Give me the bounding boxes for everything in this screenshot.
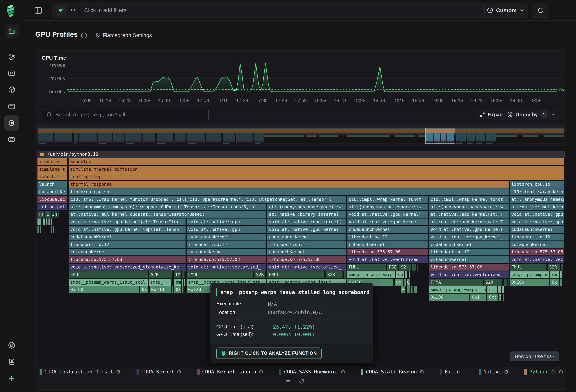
sidebar-item-lifebuoy[interactable] (4, 338, 19, 353)
flamegraph-settings-button[interactable]: ⚙ Flamegraph Settings (95, 32, 152, 39)
flame-cell[interactable]: <module> (37, 158, 67, 165)
flame-cell[interactable]: libcudart.so.12 (267, 241, 346, 248)
flame-cell[interactable]: void at::native::gpu_ (187, 226, 266, 233)
flame-cell[interactable]: at::(anonymous namespace)::w (267, 204, 346, 210)
flame-cell[interactable]: FMUL (187, 271, 253, 278)
flame-cell[interactable]: libcuda.so.575.57.08 (267, 256, 346, 263)
sidebar-item-chip[interactable] (4, 115, 19, 131)
flame-cell[interactable]: void at::native::vectorized_ (187, 264, 266, 271)
flame-cell[interactable]: 0x (174, 286, 181, 293)
flame-cell[interactable]: 0x210 (150, 286, 171, 293)
flame-cell[interactable]: cudaLaunchKernel (510, 226, 564, 233)
search-input[interactable]: Search (regex) - e.g., con.*call (42, 109, 208, 120)
flame-cell[interactable]: libcuda.so.575.57.08 (510, 249, 564, 256)
flame-cell[interactable]: at::(anonymous namesp (510, 196, 564, 203)
flame-cell[interactable] (173, 279, 173, 286)
sidebar-item-doc-panel[interactable] (4, 99, 19, 114)
sidebar-item-folder[interactable] (4, 24, 19, 39)
flame-cell[interactable]: cuLaunchKernel (69, 249, 186, 256)
flame-cell[interactable]: sm (488, 286, 497, 293)
list-icon[interactable]: ≡ (286, 378, 291, 386)
flame-cell[interactable]: c10::impl::wrap_kernel_funct (347, 196, 428, 203)
flame-cell[interactable]: smsp__pcsamp_warp (347, 271, 395, 278)
flame-cell[interactable] (182, 279, 183, 286)
flame-cell[interactable]: S2 (400, 264, 411, 271)
flame-cell[interactable]: libcuda.so.575.57.08 (347, 249, 428, 256)
flame-cell[interactable]: S2R (548, 264, 560, 271)
flame-cell[interactable]: S2R (149, 271, 172, 278)
flame-cell[interactable]: void at::native::gpu_kernel_ (267, 226, 346, 233)
flame-cell[interactable]: 0x160 (510, 279, 549, 286)
flame-cell[interactable]: void at::native::gpu_kernel_impl(at::Ten… (69, 226, 186, 233)
flame-cell[interactable]: libcudart.so.12 (429, 249, 509, 256)
group-by-button[interactable]: Group by 1 (503, 109, 559, 120)
flame-cell[interactable]: simulate_t (37, 166, 67, 173)
flame-cell[interactable]: cuLaunchKernel (429, 256, 509, 263)
flame-cell[interactable]: launcher (37, 173, 67, 180)
flame-cell[interactable]: libcudart.so.12 (187, 241, 266, 248)
flame-cell[interactable]: cuLaunchKe (37, 188, 67, 195)
gpu-time-chart[interactable]: 0m 00s2m 00s4m 00s16:0816:1816:2816:3816… (35, 51, 566, 106)
flame-cell[interactable]: launch (37, 181, 67, 188)
flame-cell[interactable] (409, 271, 410, 278)
flame-cell[interactable] (49, 218, 50, 225)
flame-cell[interactable]: void at::native::gpu_kernel_ (429, 234, 509, 240)
flame-cell[interactable] (182, 286, 183, 293)
flame-cell[interactable]: 0x (550, 279, 559, 286)
gear-icon[interactable]: ⚙ (341, 369, 345, 375)
flame-cell[interactable]: S2R (484, 279, 502, 286)
flame-cell[interactable]: FMUL (347, 264, 386, 271)
code-filter-icon[interactable] (70, 6, 77, 14)
flame-cell[interactable]: libcudart.so.12 (347, 234, 428, 240)
flame-cell[interactable]: void at::native::gpu_kernel_ (347, 218, 428, 225)
flame-cell[interactable]: cudaLaunchKernel (347, 226, 428, 233)
flamegraph-minimap[interactable] (37, 124, 565, 144)
filter-input-placeholder[interactable]: Click to add filters (84, 7, 126, 13)
flame-cell[interactable]: libcuda.so.575.57.08 (69, 256, 186, 263)
flame-cell[interactable]: 0x130 (429, 294, 469, 301)
flame-cell[interactable]: IM (174, 271, 181, 278)
flame-cell[interactable]: smsp_ (149, 279, 172, 286)
collapse-sidebar-icon[interactable] (34, 6, 42, 15)
flame-cell[interactable]: at::(anonymous namespace)::w (347, 204, 428, 210)
analyze-function-button[interactable]: RIGHT CLICK TO ANALYZE FUNCTION (216, 347, 322, 359)
flame-cell[interactable] (407, 286, 410, 293)
flame-cell[interactable] (344, 271, 346, 278)
flame-cell[interactable]: void at::native::gpu_kernel(at::TensorIt… (69, 218, 186, 225)
flame-cell[interactable]: at::(anonymous namespace)::wrapper_CUDA_… (69, 204, 266, 210)
flame-cell[interactable] (561, 264, 563, 271)
flame-cell[interactable] (51, 226, 52, 233)
flame-cell[interactable] (414, 286, 417, 293)
flame-cell[interactable]: smsp__pcsamp_warps_iss (429, 286, 486, 293)
flame-cell[interactable]: cooling_step (69, 173, 564, 180)
flame-cell[interactable]: L (45, 211, 51, 218)
flame-cell[interactable] (58, 211, 59, 218)
sidebar-item-cube[interactable] (4, 82, 19, 97)
filter-icon[interactable] (56, 5, 66, 16)
flame-cell[interactable]: S2R (326, 271, 343, 278)
flame-cell[interactable]: L (182, 271, 184, 278)
flame-cell[interactable] (404, 279, 406, 286)
flame-cell[interactable]: cudaLaunchKernel (69, 234, 186, 240)
flame-cell[interactable]: FMUL (69, 271, 148, 278)
flame-cell[interactable]: void at::native::vec (510, 256, 564, 263)
flame-cell[interactable]: FF (37, 211, 44, 218)
filter-bar[interactable]: Click to add filters (53, 3, 521, 18)
flame-cell[interactable]: void at::native::gpu_kernel( (347, 211, 428, 218)
sidebar-item-gauge[interactable] (4, 49, 19, 64)
flame-cell[interactable]: S2R (255, 271, 265, 278)
flamegraph-root-frame[interactable]: /usr/bin/python3.10 (37, 151, 565, 158)
flame-cell[interactable]: void at::native::gpu (510, 211, 564, 218)
flame-cell[interactable]: at::native::mul_kern (510, 204, 564, 210)
flame-cell[interactable] (560, 279, 562, 286)
flame-cell[interactable]: libcuda.sc (37, 196, 67, 203)
flame-cell[interactable]: libcuda.so.575.57.08 (187, 256, 266, 263)
sidebar-item-swap-rect[interactable] (4, 132, 19, 147)
flame-cell[interactable]: cuLaunchKernel (187, 249, 266, 256)
gear-icon[interactable]: ⚙ (259, 369, 263, 375)
flame-cell[interactable]: sm (550, 271, 559, 278)
flame-cell[interactable]: void at::native::gpu_kernel( (267, 218, 346, 225)
flame-cell[interactable]: triton_poi (37, 204, 67, 210)
help-button[interactable]: How do I use this? (510, 351, 559, 362)
flame-cell[interactable] (60, 211, 60, 218)
